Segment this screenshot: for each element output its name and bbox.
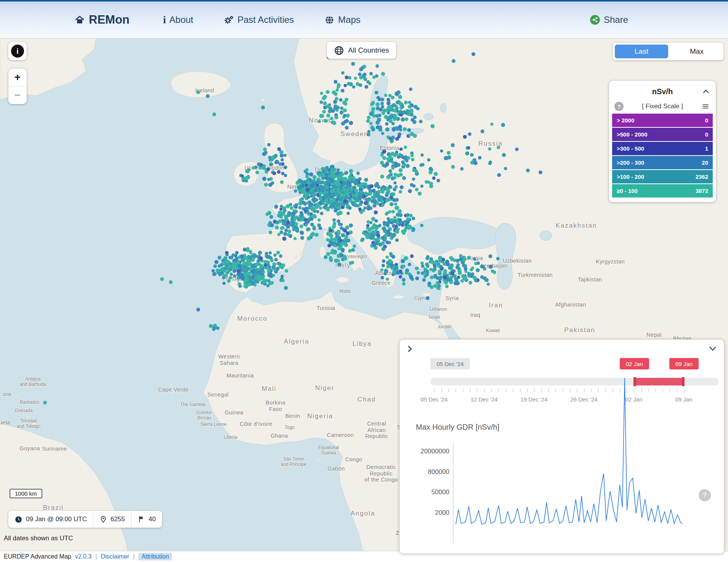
legend-rows: > 20000>500 - 20000>300 - 5001>200 - 300… (612, 114, 713, 198)
nav-item-past-activities[interactable]: Past Activities (224, 14, 294, 25)
chart-title: Max Hourly GDR [nSv/h] (416, 423, 499, 432)
legend-count: 0 (705, 117, 708, 124)
globe-icon (334, 45, 344, 56)
map-info-button[interactable]: i (8, 42, 27, 60)
timeline-tick (684, 389, 685, 392)
zoom-in-button[interactable]: + (8, 69, 27, 87)
nav-home[interactable]: REMon (74, 13, 130, 27)
share-icon (590, 14, 600, 25)
legend-scale-mode[interactable]: [ Fixed Scale ] (642, 103, 683, 110)
range-handle-right[interactable] (682, 377, 685, 386)
corsica (323, 230, 328, 239)
map-pin-icon (99, 515, 107, 523)
range-handle-left[interactable] (633, 377, 636, 386)
toggle-last-button[interactable]: Last (615, 45, 668, 58)
timeline-track[interactable] (430, 378, 719, 385)
timeline-tick (613, 389, 613, 392)
svg-text:50000: 50000 (431, 488, 449, 496)
timeline-tick (591, 389, 592, 392)
aral-sea (540, 231, 552, 241)
status-bar: 09 Jan @ 09:00 UTC 6255 40 (8, 511, 162, 528)
timeline-tick (670, 389, 670, 392)
clock-icon (14, 515, 22, 523)
legend-row[interactable]: >200 - 30020 (612, 156, 713, 169)
timeline-tick (641, 389, 642, 392)
timeline-tick (448, 389, 449, 392)
timeline-tick (598, 389, 599, 392)
timeline-tick (498, 389, 499, 392)
globe-icon (324, 15, 335, 25)
sardinia (319, 246, 326, 258)
legend-collapse-button[interactable] (701, 87, 710, 98)
timeline-tick (634, 389, 635, 392)
map-scale-bar: 1000 km (10, 489, 42, 498)
brand-title: REMon (89, 13, 130, 27)
svg-text:2000: 2000 (435, 509, 449, 516)
legend-row[interactable]: >100 - 2002362 (612, 170, 713, 183)
legend-range-label: > 2000 (617, 117, 634, 124)
footer-version-link[interactable]: v2.0.3 (75, 553, 92, 560)
top-accent-strip (0, 0, 728, 2)
legend-help-button[interactable]: ? (614, 102, 624, 111)
legend-row[interactable]: >500 - 20000 (612, 128, 713, 141)
legend-panel: nSv/h ? [ Fixed Scale ] > 20000>500 - 20… (609, 81, 716, 202)
timeline-selected-range[interactable] (634, 378, 684, 385)
legend-row[interactable]: > 20000 (612, 114, 713, 127)
lake-onega (440, 103, 446, 112)
timeline-tick (441, 389, 442, 392)
timeline-tick (484, 389, 485, 392)
svg-text:800000: 800000 (428, 468, 449, 475)
timeline-tick (662, 389, 663, 392)
timeline-tick (627, 389, 627, 392)
legend-menu-button[interactable] (701, 102, 710, 112)
nav-item-about[interactable]: i About (163, 14, 193, 26)
svg-text:20000000: 20000000 (420, 448, 449, 455)
panel-collapse-button[interactable] (708, 344, 718, 355)
timeline-tick-label: 09 Jan (675, 396, 692, 403)
legend-count: 0 (705, 131, 708, 138)
legend-count: 20 (702, 159, 708, 166)
timeline-tick (434, 389, 435, 392)
legend-range-label: >500 - 2000 (617, 131, 648, 138)
all-countries-button[interactable]: All Countries (327, 42, 396, 59)
info-circle-icon: i (11, 45, 24, 58)
legend-row[interactable]: ≥0 - 1003872 (612, 184, 713, 198)
legend-row[interactable]: >300 - 5001 (612, 142, 713, 155)
cyprus-island (422, 292, 431, 296)
footer-disclaimer-link[interactable]: Disclaimer (101, 553, 129, 560)
toggle-max-button[interactable]: Max (670, 47, 723, 56)
status-datetime[interactable]: 09 Jan @ 09:00 UTC (8, 511, 93, 528)
chart-help-button[interactable]: ? (699, 489, 711, 501)
legend-range-label: >100 - 200 (617, 173, 644, 180)
timeline-tick (584, 389, 585, 392)
timeline-tick (570, 389, 571, 392)
timeline-tick-label: 02 Jan (625, 396, 642, 403)
legend-count: 3872 (696, 188, 708, 194)
zoom-control: + − (8, 69, 27, 104)
timeline-tick (541, 389, 542, 392)
legend-range-label: >300 - 500 (617, 145, 644, 152)
gdr-line-chart: 20005000080000020000000 (400, 340, 725, 554)
timeline-tick (555, 389, 556, 392)
nav-item-maps[interactable]: Maps (324, 14, 361, 25)
timeline-tick (563, 389, 563, 392)
nav-item-share[interactable]: Share (590, 14, 628, 25)
timeline-tick-label: 26 Dec '24 (570, 396, 597, 403)
panel-expand-button[interactable] (405, 344, 414, 355)
timeline-tick (620, 389, 621, 392)
chevron-up-icon (701, 87, 710, 96)
sicily (336, 277, 349, 283)
range-end-badge[interactable]: 09 Jan (669, 358, 699, 369)
range-start-badge[interactable]: 02 Jan (620, 358, 649, 369)
timeline-tick (491, 389, 492, 392)
top-navbar: REMon i About Past Activities (0, 2, 728, 39)
status-flag-count[interactable]: 40 (131, 511, 162, 528)
timeline-tick-label: 12 Dec '24 (470, 396, 497, 403)
status-station-count[interactable]: 6255 (93, 511, 131, 528)
zoom-out-button[interactable]: − (8, 87, 27, 104)
timeline-tick-label: 19 Dec '24 (520, 396, 547, 403)
footer-attribution-link[interactable]: Attribution (138, 553, 172, 560)
last-max-toggle: Last Max (613, 43, 723, 60)
info-icon: i (163, 14, 166, 26)
crete (393, 295, 404, 299)
